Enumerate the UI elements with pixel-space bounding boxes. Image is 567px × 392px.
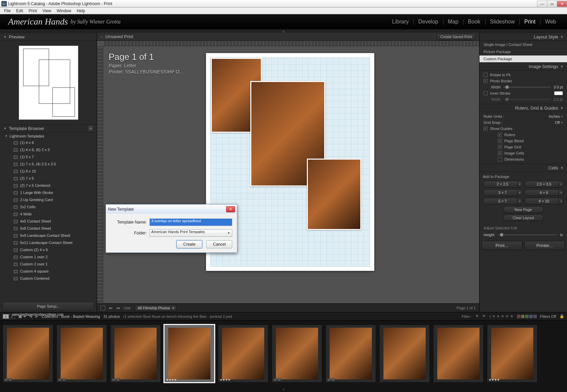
cell-size-button[interactable]: 8 × 10▾: [524, 198, 564, 205]
menu-help[interactable]: Help: [74, 7, 88, 14]
clear-layout-button[interactable]: Clear Layout: [503, 214, 544, 221]
chevron-down-icon[interactable]: ▾: [558, 190, 563, 196]
chevron-down-icon[interactable]: ▾: [558, 181, 563, 187]
page-1[interactable]: 1: [3, 314, 9, 319]
layout-style-item[interactable]: Picture Package: [479, 48, 567, 55]
template-item[interactable]: (2) 7 x 5 Centered: [0, 182, 97, 189]
template-item[interactable]: Custom Centered: [0, 275, 97, 282]
color-label-green[interactable]: [525, 315, 529, 318]
filmstrip-thumb[interactable]: [110, 325, 161, 382]
dialog-close-button[interactable]: ✕: [226, 206, 235, 212]
module-library[interactable]: Library: [387, 19, 413, 25]
color-label-red[interactable]: [517, 315, 520, 318]
rulers-header[interactable]: Rulers, Grid & Guides▼: [479, 104, 567, 112]
template-list[interactable]: ▼Lightroom Templates (1) 4 x 6 (1) 4 x 6…: [0, 132, 97, 300]
template-item[interactable]: 4x5 Contact Sheet: [0, 218, 97, 225]
print-button[interactable]: Print...: [482, 241, 522, 250]
template-item[interactable]: 5x9 Landscape Contact Sheet: [0, 232, 97, 239]
template-item[interactable]: (1) 7 x 5, (4) 2.5 x 3.5: [0, 161, 97, 168]
new-page-button[interactable]: New Page: [503, 206, 544, 213]
template-item[interactable]: 1 Large With Stroke: [0, 189, 97, 196]
dialog-titlebar[interactable]: New Template ✕: [106, 205, 237, 214]
module-book[interactable]: Book: [463, 19, 485, 25]
filmstrip-thumb[interactable]: [3, 325, 53, 382]
filmstrip-thumb[interactable]: [57, 325, 107, 382]
top-panel-toggle[interactable]: ▲: [0, 29, 567, 33]
show-guides-checkbox[interactable]: ✓: [484, 127, 488, 131]
menu-window[interactable]: Window: [54, 7, 74, 14]
template-item[interactable]: (1) 4 x 6, (6) 2 x 3: [0, 146, 97, 153]
guide-bleed-checkbox[interactable]: ✓: [498, 139, 502, 143]
chevron-down-icon[interactable]: ▾: [517, 198, 522, 204]
menu-edit[interactable]: Edit: [13, 7, 26, 14]
chevron-down-icon[interactable]: ▾: [517, 181, 522, 187]
select-toggle[interactable]: [100, 306, 105, 310]
template-item[interactable]: (1) 5 x 7: [0, 153, 97, 161]
rating-filter[interactable]: ≥ ★ ★ ★ ★ ★: [489, 314, 513, 318]
stroke-color-swatch[interactable]: [554, 91, 563, 95]
layout-style-header[interactable]: Layout Style▼: [479, 33, 567, 41]
menu-view[interactable]: View: [40, 7, 54, 14]
module-web[interactable]: Web: [540, 19, 561, 25]
guide-dimensions-checkbox[interactable]: [498, 157, 502, 161]
printer-button[interactable]: Printer...: [524, 241, 565, 250]
folder-select[interactable]: American Hands Print Tempates: [149, 229, 232, 237]
module-slideshow[interactable]: Slideshow: [485, 19, 520, 25]
next-page-button[interactable]: ➡: [116, 305, 120, 311]
filmstrip-thumb[interactable]: ★★★★: [218, 325, 268, 382]
template-item[interactable]: Custom (2) 4 x 6: [0, 246, 97, 254]
chevron-down-icon[interactable]: ▾: [558, 198, 563, 204]
menu-file[interactable]: File: [1, 7, 13, 14]
layout-style-item[interactable]: Single Image / Contact Sheet: [479, 41, 567, 48]
template-item[interactable]: Custom 4 square: [0, 268, 97, 275]
create-button[interactable]: Create: [176, 240, 202, 248]
use-select[interactable]: All Filmstrip Photos: [135, 305, 176, 311]
photo-border-checkbox[interactable]: ✓: [484, 79, 488, 83]
template-item[interactable]: Custom 2 over 1: [0, 261, 97, 268]
guide-rulers-checkbox[interactable]: ✓: [498, 133, 502, 137]
cell-size-button[interactable]: 5 × 7▾: [483, 198, 522, 205]
menu-icon[interactable]: ≡: [100, 35, 103, 39]
flag-filter-rejected-icon[interactable]: ⚑: [482, 314, 486, 318]
chevron-down-icon[interactable]: ▾: [517, 190, 522, 196]
filters-off-label[interactable]: Filters Off: [540, 314, 556, 318]
height-slider[interactable]: [498, 234, 557, 235]
filmstrip[interactable]: ★★★★ ★★★★ ★★★★: [0, 320, 567, 387]
cells-header[interactable]: Cells▼: [479, 164, 567, 172]
cell-size-button[interactable]: 4 × 6▾: [524, 189, 564, 196]
preview-panel-header[interactable]: ▼ Preview: [0, 33, 97, 41]
create-saved-print-button[interactable]: Create Saved Print: [437, 33, 476, 40]
grid-snap-select[interactable]: Off ÷: [555, 120, 563, 125]
template-group[interactable]: ▼Lightroom Templates: [0, 133, 97, 139]
border-width-slider[interactable]: [503, 86, 551, 88]
filmstrip-thumb[interactable]: [326, 325, 376, 382]
template-item[interactable]: 2x2 Cells: [0, 203, 97, 211]
layout-photo[interactable]: [307, 159, 361, 230]
canvas[interactable]: Page 1 of 1 Paper: Letter Printer: \\SAL…: [97, 41, 479, 303]
image-settings-header[interactable]: Image Settings▼: [479, 62, 567, 70]
filmstrip-thumb[interactable]: [272, 325, 322, 382]
template-item[interactable]: Custom 1 over 2: [0, 254, 97, 261]
template-name-input[interactable]: 3 overlap on letter spreadhout: [149, 218, 232, 226]
template-item[interactable]: (2) 7 x 5: [0, 175, 97, 182]
filmstrip-toggle[interactable]: ▼: [0, 387, 567, 392]
color-label-blue[interactable]: [529, 315, 533, 318]
template-item[interactable]: 5x11 Landscape Contact Sheet: [0, 239, 97, 246]
module-develop[interactable]: Develop: [413, 19, 443, 25]
ruler-units-select[interactable]: Inches ÷: [549, 114, 563, 118]
filmstrip-thumb[interactable]: ★★★★: [487, 325, 537, 382]
inner-stroke-checkbox[interactable]: [484, 91, 488, 95]
cell-size-button[interactable]: 2.5 × 3.5▾: [524, 181, 564, 187]
filmstrip-thumb[interactable]: ★★★★: [164, 325, 215, 382]
page-setup-button[interactable]: Page Setup...: [3, 302, 94, 311]
window-minimize-button[interactable]: —: [537, 1, 547, 7]
menu-print[interactable]: Print: [26, 7, 40, 14]
guide-cells-checkbox[interactable]: ✓: [498, 151, 502, 155]
template-item[interactable]: 2-Up Greeting Card: [0, 196, 97, 203]
add-template-button[interactable]: +: [88, 126, 93, 131]
window-maximize-button[interactable]: ▭: [547, 1, 557, 7]
prev-page-button[interactable]: ⬅: [109, 305, 113, 311]
cell-size-button[interactable]: 2 × 2.5▾: [483, 181, 522, 187]
flag-filter-picked-icon[interactable]: ⚑: [475, 314, 479, 318]
module-map[interactable]: Map: [443, 19, 463, 25]
